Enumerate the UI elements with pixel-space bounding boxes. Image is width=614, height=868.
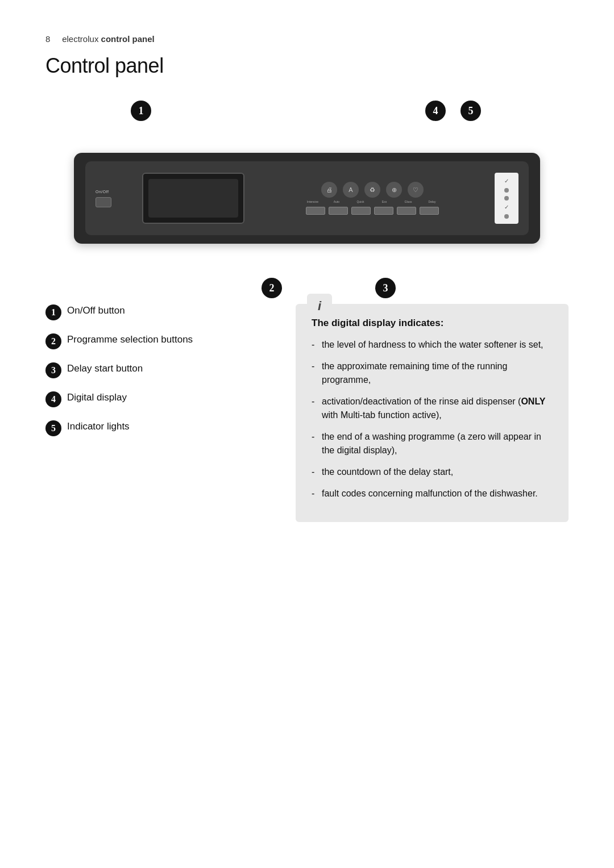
onoff-label: On/Off	[96, 190, 109, 194]
prog-icon-5: ♡	[408, 182, 424, 198]
info-icon: i	[307, 294, 332, 319]
display-area	[142, 173, 244, 224]
prog-icon-1: 🖨	[321, 182, 337, 198]
prog-btn-5	[397, 207, 416, 215]
list-item-2: 2 Programme selection buttons	[45, 333, 262, 349]
ind-check-icon: ✓	[503, 178, 510, 185]
onoff-button-visual	[96, 197, 111, 207]
prog-icon-4: ⊕	[386, 182, 402, 198]
list-text-3: Delay start button	[67, 362, 143, 375]
control-panel-diagram: 1 4 5 On/Off 🖨 A ♻	[74, 101, 540, 298]
info-list: the level of hardness to which the water…	[312, 338, 553, 500]
prog-label-quick: Quick	[350, 200, 371, 203]
prog-btn-1	[306, 207, 325, 215]
list-text-1: On/Off button	[67, 304, 125, 318]
indicator-lights-visual: ✓ ✓	[495, 173, 518, 224]
programmes-area: 🖨 A ♻ ⊕ ♡ Intensive Auto Quick Eco Glass…	[257, 182, 488, 215]
prog-label-glass: Glass	[397, 200, 419, 203]
list-number-1: 1	[45, 304, 61, 320]
brand-name: electrolux	[62, 34, 98, 44]
prog-btn-3	[351, 207, 371, 215]
info-item-3: activation/deactivation of the rinse aid…	[312, 395, 553, 422]
list-text-2: Programme selection buttons	[67, 333, 193, 347]
info-item-1: the level of hardness to which the water…	[312, 338, 553, 352]
prog-labels-row: Intensive Auto Quick Eco Glass Delay	[302, 200, 443, 203]
info-title: The digital display indicates:	[312, 318, 553, 329]
list-item-4: 4 Digital display	[45, 391, 262, 407]
page-title: Control panel	[45, 54, 569, 78]
list-item-3: 3 Delay start button	[45, 362, 262, 378]
list-text-4: Digital display	[67, 391, 127, 404]
lists-section: 1 On/Off button 2 Programme selection bu…	[45, 304, 569, 522]
info-box: i The digital display indicates: the lev…	[296, 304, 569, 522]
info-item-2: the approximate remaining time of the ru…	[312, 360, 553, 387]
prog-btn-4	[374, 207, 393, 215]
page-number: 8	[45, 34, 50, 44]
panel-inner: On/Off 🖨 A ♻ ⊕ ♡	[85, 161, 529, 235]
prog-btn-2	[329, 207, 348, 215]
callout-2: 2	[262, 278, 282, 298]
prog-btn-delay	[420, 207, 439, 215]
list-number-4: 4	[45, 391, 61, 407]
list-text-5: Indicator lights	[67, 420, 130, 433]
info-item-6: fault codes concerning malfunction of th…	[312, 487, 553, 500]
prog-label-auto: Auto	[326, 200, 347, 203]
left-list: 1 On/Off button 2 Programme selection bu…	[45, 304, 262, 522]
display-inner	[148, 179, 238, 218]
prog-icon-2: A	[343, 182, 359, 198]
panel-illustration: On/Off 🖨 A ♻ ⊕ ♡	[74, 153, 540, 244]
onoff-area: On/Off	[96, 190, 130, 207]
section-label: control panel	[101, 34, 155, 44]
list-item-5: 5 Indicator lights	[45, 420, 262, 436]
prog-label-delay: Delay	[421, 200, 443, 203]
header-line: 8 electrolux control panel	[45, 34, 569, 44]
callout-1: 1	[131, 101, 151, 121]
list-number-5: 5	[45, 420, 61, 436]
ind-dot-3	[504, 214, 509, 219]
list-number-2: 2	[45, 333, 61, 349]
info-item-4: the end of a washing programme (a zero w…	[312, 430, 553, 457]
ind-check-icon-2: ✓	[503, 204, 510, 211]
list-item-1: 1 On/Off button	[45, 304, 262, 320]
right-info-section: i The digital display indicates: the lev…	[296, 304, 569, 522]
prog-icon-3: ♻	[364, 182, 380, 198]
list-number-3: 3	[45, 362, 61, 378]
page: 8 electrolux control panel Control panel…	[0, 0, 614, 868]
callout-3: 3	[375, 278, 396, 298]
prog-buttons-row	[306, 207, 439, 215]
prog-label-intensive: Intensive	[302, 200, 323, 203]
callout-5: 5	[460, 101, 481, 121]
ind-dot-2	[504, 196, 509, 201]
info-item-5: the countdown of the delay start,	[312, 465, 553, 479]
prog-label-eco: Eco	[374, 200, 395, 203]
ind-dot-1	[504, 188, 509, 193]
callout-4: 4	[425, 101, 446, 121]
prog-icons-row: 🖨 A ♻ ⊕ ♡	[321, 182, 424, 198]
